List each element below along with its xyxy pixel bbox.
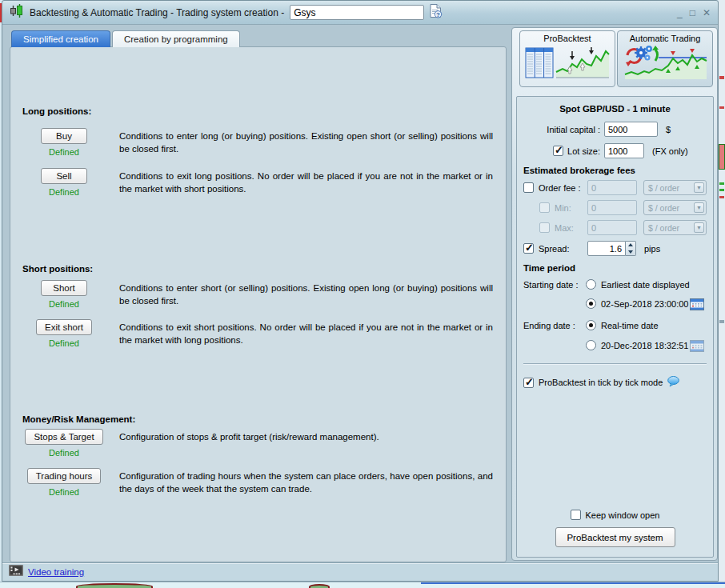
initial-capital-row: Initial capital : $ — [523, 122, 707, 137]
min-fee-unit-value: $ / order — [648, 203, 679, 213]
short-positions-heading: Short positions: — [22, 264, 93, 274]
starting-calendar-icon[interactable] — [690, 298, 704, 312]
ending-realtime-radio[interactable] — [586, 320, 596, 330]
lot-size-row: Lot size: (FX only) — [523, 143, 707, 158]
max-fee-input[interactable] — [587, 220, 637, 235]
spread-checkbox[interactable] — [523, 243, 534, 254]
trading-hours-status: Defined — [49, 487, 79, 497]
max-fee-unit-select[interactable]: $ / order ▼ — [643, 220, 707, 235]
ending-calendar-icon[interactable] — [690, 339, 704, 354]
dropdown-arrow-icon: ▼ — [694, 222, 704, 233]
max-fee-unit-value: $ / order — [648, 223, 679, 233]
starting-custom-radio[interactable] — [586, 298, 596, 309]
spread-stepper — [626, 241, 636, 256]
starting-earliest-label: Earliest date displayed — [601, 280, 690, 290]
video-film-icon — [9, 565, 23, 579]
title-bar: Backtesting & Automatic Trading - Tradin… — [2, 1, 718, 25]
order-fee-checkbox[interactable] — [523, 182, 534, 193]
order-fee-unit-select[interactable]: $ / order ▼ — [643, 180, 707, 195]
starting-date-row-2: 02-Sep-2018 23:00:00 — [523, 298, 707, 309]
creation-mode-tabs: Simplified creation Creation by programm… — [11, 30, 240, 47]
tab-creation-by-programming[interactable]: Creation by programming — [112, 30, 240, 47]
run-probacktest-button[interactable]: ProBacktest my system — [555, 527, 675, 547]
help-document-icon[interactable]: ? — [430, 3, 443, 22]
mode-tabs: ProBacktest — [512, 28, 717, 87]
max-fee-checkbox[interactable] — [539, 222, 550, 233]
spread-label: Spread: — [539, 244, 570, 254]
tick-mode-row: ProBacktest in tick by tick mode — [523, 376, 707, 389]
exit-short-row: Exit short Defined Conditions to exit sh… — [20, 319, 493, 348]
ending-date-row-2: 20-Dec-2018 18:32:51 — [523, 340, 707, 350]
video-training-link[interactable]: Video training — [28, 567, 84, 577]
sell-status: Defined — [49, 187, 79, 197]
tab-simplified-creation[interactable]: Simplified creation — [11, 30, 110, 47]
footer-bar: Video training — [2, 562, 718, 581]
tick-mode-label: ProBacktest in tick by tick mode — [539, 378, 663, 387]
brokerage-fees-heading: Estimated brokerage fees — [523, 166, 707, 175]
order-fee-input[interactable] — [587, 180, 637, 195]
exit-short-description: Conditions to exit short positions. No o… — [119, 319, 493, 347]
initial-capital-unit: $ — [666, 125, 671, 134]
window-title: Backtesting & Automatic Trading - Tradin… — [30, 7, 284, 18]
exit-short-status: Defined — [49, 338, 79, 348]
max-fee-label: Max: — [555, 223, 574, 233]
ending-date-label: Ending date : — [523, 321, 586, 330]
money-risk-heading: Money/Risk Management: — [22, 414, 135, 424]
system-name-input[interactable] — [290, 5, 424, 20]
starting-earliest-radio[interactable] — [586, 279, 596, 290]
probacktest-settings: Spot GBP/USD - 1 minute Initial capital … — [516, 96, 714, 558]
lot-size-checkbox[interactable] — [553, 146, 563, 156]
probacktest-tab-label: ProBacktest — [543, 34, 591, 43]
probacktest-panel: ProBacktest — [511, 27, 718, 561]
background-window-right-edge — [719, 0, 725, 588]
stepper-up-icon[interactable] — [626, 242, 635, 249]
dropdown-arrow-icon: ▼ — [694, 182, 704, 193]
ending-custom-radio[interactable] — [586, 340, 596, 350]
minimize-button[interactable]: _ — [677, 8, 683, 18]
order-fee-label: Order fee : — [539, 183, 581, 193]
order-fee-row: Order fee : $ / order ▼ — [523, 180, 707, 195]
min-fee-unit-select[interactable]: $ / order ▼ — [643, 200, 707, 215]
window-controls: _ □ ✕ — [677, 8, 711, 18]
short-status: Defined — [49, 299, 79, 309]
exit-short-button[interactable]: Exit short — [36, 319, 92, 335]
tick-mode-checkbox[interactable] — [523, 378, 534, 388]
tab-probacktest[interactable]: ProBacktest — [519, 30, 615, 87]
trading-hours-row: Trading hours Defined Configuration of t… — [20, 468, 493, 497]
close-button[interactable]: ✕ — [703, 8, 711, 18]
svg-text:?: ? — [436, 11, 440, 18]
min-fee-label: Min: — [555, 203, 571, 213]
min-fee-row: Min: $ / order ▼ — [523, 200, 707, 215]
spread-input[interactable] — [587, 241, 626, 256]
stops-target-description: Configuration of stops & profit target (… — [119, 429, 493, 443]
min-fee-input[interactable] — [587, 200, 637, 215]
starting-date-row-1: Starting date : Earliest date displayed — [523, 279, 707, 290]
keep-window-checkbox[interactable] — [571, 510, 581, 520]
buy-row: Buy Defined Conditions to enter long (or… — [20, 128, 493, 157]
lot-size-input[interactable] — [604, 143, 644, 158]
min-fee-checkbox[interactable] — [539, 202, 550, 213]
buy-button[interactable]: Buy — [41, 128, 87, 144]
time-period-heading: Time period — [523, 263, 707, 273]
short-button[interactable]: Short — [41, 280, 87, 296]
sell-button[interactable]: Sell — [41, 168, 87, 184]
stops-target-button[interactable]: Stops & Target — [25, 429, 102, 445]
tab-automatic-trading[interactable]: Automatic Trading — [617, 30, 713, 87]
speech-bubble-icon[interactable] — [667, 376, 679, 389]
stops-target-status: Defined — [49, 448, 79, 458]
background-chart-bottom-edge — [0, 582, 725, 588]
keep-window-row: Keep window open — [517, 510, 713, 520]
trading-hours-button[interactable]: Trading hours — [27, 468, 102, 484]
initial-capital-input[interactable] — [604, 122, 658, 137]
maximize-button[interactable]: □ — [690, 8, 695, 18]
spread-unit: pips — [644, 244, 660, 254]
stepper-down-icon[interactable] — [626, 249, 635, 256]
sell-row: Sell Defined Conditions to exit long pos… — [20, 168, 493, 197]
ending-realtime-label: Real-time date — [601, 321, 659, 330]
automatic-trading-tab-label: Automatic Trading — [630, 34, 701, 43]
simplified-creation-panel: Long positions: Buy Defined Conditions t… — [10, 46, 507, 562]
max-fee-row: Max: $ / order ▼ — [523, 220, 707, 235]
initial-capital-label: Initial capital : — [523, 125, 600, 134]
section-divider — [523, 363, 707, 365]
probacktest-icon — [524, 44, 611, 82]
